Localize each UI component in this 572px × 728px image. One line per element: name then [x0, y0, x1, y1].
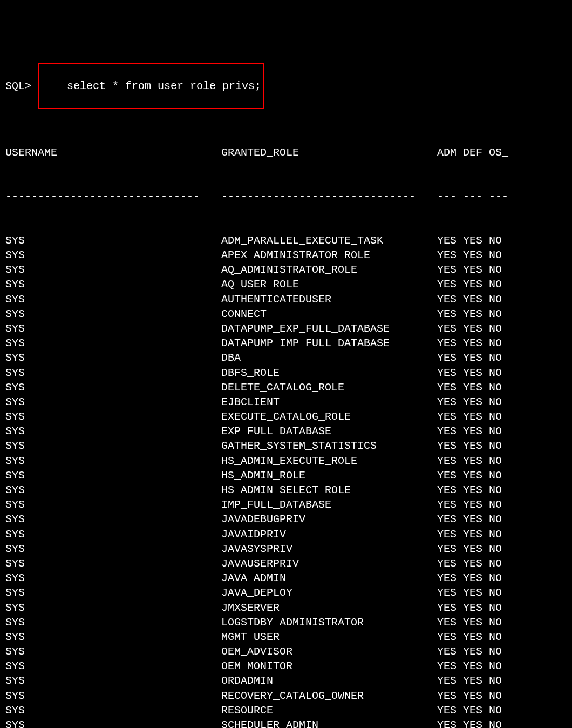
cell-granted-role: JAVADEBUGPRIV: [221, 512, 437, 527]
header-granted-role: GRANTED_ROLE: [221, 145, 437, 160]
cell-os: NO: [489, 366, 509, 380]
cell-os: NO: [489, 336, 509, 350]
cell-adm: YES: [437, 659, 463, 673]
cell-username: SYS: [5, 601, 221, 615]
table-row: SYSDBFS_ROLEYESYESNO: [5, 366, 567, 380]
cell-def: YES: [463, 350, 489, 365]
cell-def: YES: [463, 512, 489, 527]
sql-command-highlight: select * from user_role_privs;: [38, 63, 264, 110]
cell-username: SYS: [5, 336, 221, 350]
cell-username: SYS: [5, 395, 221, 409]
table-header-row: USERNAME GRANTED_ROLE ADM DEF OS_: [5, 145, 567, 160]
cell-os: NO: [489, 571, 509, 585]
cell-granted-role: JAVAIDPRIV: [221, 527, 437, 542]
cell-os: NO: [489, 615, 509, 630]
sql-command: select * from user_role_privs;: [67, 80, 261, 92]
cell-adm: YES: [437, 454, 463, 468]
table-body: SYSADM_PARALLEL_EXECUTE_TASKYESYESNOSYSA…: [5, 233, 567, 728]
cell-granted-role: EJBCLIENT: [221, 395, 437, 409]
cell-os: NO: [489, 630, 509, 644]
cell-granted-role: JAVA_ADMIN: [221, 571, 437, 585]
cell-granted-role: AUTHENTICATEDUSER: [221, 292, 437, 307]
cell-os: NO: [489, 689, 509, 703]
cell-granted-role: JAVAUSERPRIV: [221, 556, 437, 571]
cell-os: NO: [489, 542, 509, 556]
cell-adm: YES: [437, 571, 463, 585]
table-row: SYSSCHEDULER_ADMINYESYESNO: [5, 718, 567, 728]
cell-os: NO: [489, 409, 509, 424]
cell-os: NO: [489, 644, 509, 659]
table-row: SYSIMP_FULL_DATABASEYESYESNO: [5, 497, 567, 512]
cell-os: NO: [489, 350, 509, 365]
cell-granted-role: JMXSERVER: [221, 601, 437, 615]
cell-adm: YES: [437, 350, 463, 365]
cell-username: SYS: [5, 350, 221, 365]
cell-os: NO: [489, 703, 509, 718]
table-row: SYSAQ_USER_ROLEYESYESNO: [5, 277, 567, 292]
cell-adm: YES: [437, 527, 463, 542]
table-row: SYSRECOVERY_CATALOG_OWNERYESYESNO: [5, 689, 567, 703]
cell-os: NO: [489, 556, 509, 571]
cell-username: SYS: [5, 542, 221, 556]
table-row: SYSJAVAUSERPRIVYESYESNO: [5, 556, 567, 571]
cell-os: NO: [489, 439, 509, 453]
cell-def: YES: [463, 497, 489, 512]
cell-granted-role: DBFS_ROLE: [221, 366, 437, 380]
cell-def: YES: [463, 703, 489, 718]
cell-def: YES: [463, 644, 489, 659]
cell-granted-role: JAVA_DEPLOY: [221, 585, 437, 600]
header-os: OS_: [489, 145, 509, 160]
cell-granted-role: OEM_ADVISOR: [221, 644, 437, 659]
cell-adm: YES: [437, 673, 463, 688]
cell-os: NO: [489, 468, 509, 483]
cell-username: SYS: [5, 527, 221, 542]
table-row: SYSLOGSTDBY_ADMINISTRATORYESYESNO: [5, 615, 567, 630]
table-row: SYSOEM_MONITORYESYESNO: [5, 659, 567, 673]
cell-username: SYS: [5, 673, 221, 688]
cell-def: YES: [463, 542, 489, 556]
cell-granted-role: HS_ADMIN_ROLE: [221, 468, 437, 483]
cell-username: SYS: [5, 718, 221, 728]
cell-adm: YES: [437, 615, 463, 630]
cell-def: YES: [463, 277, 489, 292]
cell-username: SYS: [5, 703, 221, 718]
cell-username: SYS: [5, 321, 221, 336]
cell-def: YES: [463, 366, 489, 380]
cell-def: YES: [463, 556, 489, 571]
table-row: SYSDELETE_CATALOG_ROLEYESYESNO: [5, 380, 567, 395]
header-username: USERNAME: [5, 145, 221, 160]
cell-adm: YES: [437, 601, 463, 615]
cell-username: SYS: [5, 615, 221, 630]
dash-adm: ---: [437, 189, 463, 204]
cell-os: NO: [489, 307, 509, 321]
cell-os: NO: [489, 262, 509, 277]
cell-username: SYS: [5, 380, 221, 395]
cell-granted-role: GATHER_SYSTEM_STATISTICS: [221, 439, 437, 453]
cell-adm: YES: [437, 630, 463, 644]
table-row: SYSOEM_ADVISORYESYESNO: [5, 644, 567, 659]
cell-os: NO: [489, 585, 509, 600]
cell-def: YES: [463, 468, 489, 483]
table-row: SYSMGMT_USERYESYESNO: [5, 630, 567, 644]
cell-os: NO: [489, 380, 509, 395]
cell-def: YES: [463, 262, 489, 277]
cell-def: YES: [463, 233, 489, 248]
cell-username: SYS: [5, 512, 221, 527]
cell-granted-role: DATAPUMP_IMP_FULL_DATABASE: [221, 336, 437, 350]
cell-def: YES: [463, 409, 489, 424]
cell-granted-role: JAVASYSPRIV: [221, 542, 437, 556]
cell-granted-role: MGMT_USER: [221, 630, 437, 644]
table-row: SYSDBAYESYESNO: [5, 350, 567, 365]
cell-adm: YES: [437, 307, 463, 321]
cell-adm: YES: [437, 689, 463, 703]
header-adm: ADM: [437, 145, 463, 160]
cell-adm: YES: [437, 556, 463, 571]
cell-granted-role: DBA: [221, 350, 437, 365]
cell-adm: YES: [437, 262, 463, 277]
sql-prompt-line[interactable]: SQL> select * from user_role_privs;: [5, 63, 567, 110]
dash-granted-role: ------------------------------: [221, 189, 437, 204]
cell-adm: YES: [437, 585, 463, 600]
cell-adm: YES: [437, 497, 463, 512]
cell-adm: YES: [437, 703, 463, 718]
cell-granted-role: DELETE_CATALOG_ROLE: [221, 380, 437, 395]
